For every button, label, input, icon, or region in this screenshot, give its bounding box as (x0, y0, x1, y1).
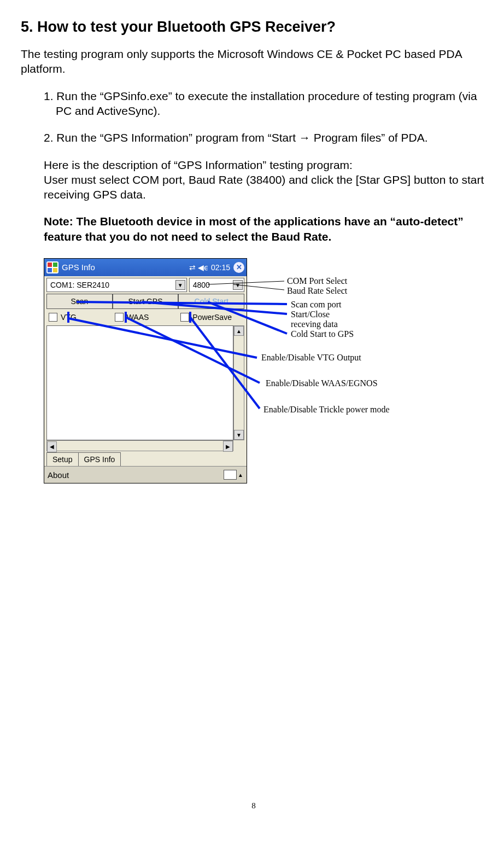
speaker-icon: ◀ϵ (198, 263, 209, 272)
description-line-1: Here is the description of “GPS Informat… (44, 158, 487, 172)
powersave-checkbox[interactable] (180, 313, 189, 322)
annot-cold: Cold Start to GPS (291, 329, 354, 339)
scroll-down-icon[interactable]: ▼ (234, 430, 244, 440)
pda-window: GPS Info ⇄ ◀ϵ 02:15 ✕ COM1: SER2410 ▼ 48… (44, 258, 247, 483)
step-1: 1. Run the “GPSinfo.exe” to execute the … (44, 89, 487, 119)
clock-text: 02:15 (211, 263, 230, 272)
powersave-label: PowerSave (192, 312, 232, 322)
annot-scan: Scan com port (291, 300, 341, 310)
baud-rate-select[interactable]: 4800 ▼ (189, 278, 244, 292)
annot-waas: Enable/Disable WAAS/EGNOS (266, 378, 378, 388)
scan-button[interactable]: Scan (46, 294, 113, 309)
vertical-scrollbar[interactable]: ▲ ▼ (233, 325, 244, 440)
start-gps-button[interactable]: Start GPS (113, 294, 179, 309)
step-2: 2. Run the “GPS Information” program fro… (44, 130, 487, 145)
waas-label: WAAS (127, 312, 149, 322)
title-bar: GPS Info ⇄ ◀ϵ 02:15 ✕ (44, 259, 247, 276)
chevron-up-icon: ▲ (238, 471, 243, 479)
scroll-up-icon[interactable]: ▲ (234, 326, 244, 336)
vtg-label: VTG (61, 312, 77, 322)
keyboard-icon (224, 470, 237, 480)
chevron-down-icon: ▼ (233, 280, 243, 290)
bottom-bar: About ▲ (44, 466, 247, 483)
horizontal-scrollbar[interactable]: ◀ ▶ (46, 440, 233, 451)
about-button[interactable]: About (48, 470, 69, 481)
annot-start: Start/Close receving data (291, 310, 356, 329)
waas-checkbox-cell[interactable]: WAAS (113, 310, 179, 324)
app-title: GPS Info (62, 262, 95, 273)
baud-rate-value: 4800 (193, 280, 210, 290)
annot-com-port: COM Port Select (287, 276, 347, 286)
output-textarea[interactable] (46, 325, 233, 440)
description-line-2: User must select COM port, Baud Rate (38… (44, 172, 487, 202)
section-heading: 5. How to test your Bluetooth GPS Receiv… (21, 18, 487, 37)
powersave-checkbox-cell[interactable]: PowerSave (178, 310, 244, 324)
annot-vtg: Enable/Disable VTG Output (261, 353, 361, 363)
annot-powersave: Enable/Disable Trickle power mode (263, 405, 390, 415)
keyboard-button[interactable]: ▲ (224, 470, 243, 480)
note-paragraph: Note: The Bluetooth device in most of th… (44, 214, 487, 244)
page-number: 8 (21, 801, 487, 812)
intro-paragraph: The testing program only supports the Mi… (21, 46, 487, 77)
vtg-checkbox[interactable] (49, 313, 57, 322)
cold-start-button[interactable]: Cold Start (178, 294, 244, 309)
com-port-select[interactable]: COM1: SER2410 ▼ (46, 278, 187, 292)
chevron-down-icon: ▼ (175, 280, 185, 290)
scroll-left-icon[interactable]: ◀ (47, 441, 57, 452)
status-icons: ⇄ ◀ϵ 02:15 (189, 263, 230, 272)
screenshot-figure: GPS Info ⇄ ◀ϵ 02:15 ✕ COM1: SER2410 ▼ 48… (44, 258, 487, 483)
annot-baud: Baud Rate Select (287, 286, 347, 296)
output-area: ▲ ▼ ◀ ▶ (46, 325, 244, 451)
close-icon[interactable]: ✕ (233, 262, 244, 273)
windows-flag-icon (46, 261, 58, 273)
vtg-checkbox-cell[interactable]: VTG (46, 310, 113, 324)
waas-checkbox[interactable] (115, 313, 124, 322)
com-port-value: COM1: SER2410 (50, 280, 109, 290)
tab-gps-info[interactable]: GPS Info (79, 452, 121, 466)
tab-setup[interactable]: Setup (46, 452, 79, 466)
connectivity-icon: ⇄ (189, 263, 196, 272)
scroll-right-icon[interactable]: ▶ (223, 441, 233, 452)
